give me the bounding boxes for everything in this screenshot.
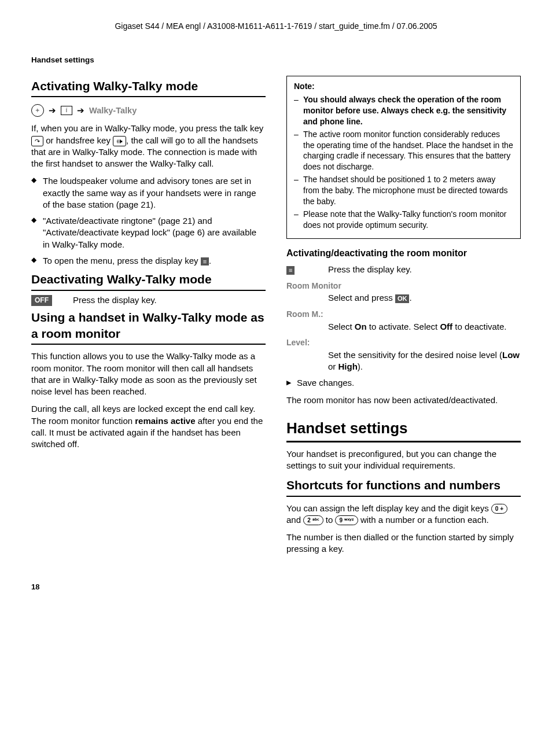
off-instruction-text: Press the display key. — [73, 294, 157, 306]
note-item: Please note that the Walky-Talky functio… — [294, 209, 513, 231]
heading-room-monitor: Using a handset in Walky-Talky mode as a… — [31, 309, 266, 345]
intro-paragraph: If, when you are in Walky-Talky mode, yo… — [31, 123, 266, 169]
room-monitor-note: During the call, all keys are locked exc… — [31, 403, 266, 450]
ok-key-badge: OK — [395, 294, 410, 303]
arrow-icon: ➔ — [49, 105, 56, 117]
content-columns: Activating Walky-Talky mode ✦ ➔ í ➔ Walk… — [31, 76, 521, 561]
handset-settings-intro: Your handset is preconfigured, but you c… — [286, 448, 521, 472]
handsfree-key-icon: 🕪 — [113, 136, 126, 146]
navigation-path: ✦ ➔ í ➔ Walky-Talky — [31, 104, 266, 117]
note-item: You should always check the operation of… — [294, 94, 513, 127]
room-m-label: Room M.: — [286, 309, 521, 320]
arrow-icon: ➔ — [77, 105, 84, 117]
level-text: Set the sensitivity for the desired nois… — [286, 349, 521, 373]
heading-activating-room-monitor: Activating/deactivating the room monitor — [286, 247, 521, 260]
heading-handset-settings: Handset settings — [286, 418, 521, 442]
left-column: Activating Walky-Talky mode ✦ ➔ í ➔ Walk… — [31, 76, 266, 561]
menu-key-icon: ≡ — [286, 266, 295, 275]
list-item: "Activate/deactivate ringtone" (page 21)… — [31, 215, 266, 250]
display-key-row: ≡ Press the display key. — [286, 264, 521, 275]
room-monitor-intro: This function allows you to use the Walk… — [31, 351, 266, 397]
page-number: 18 — [31, 582, 521, 592]
calendar-icon: í — [61, 106, 72, 115]
dial-paragraph: The number is then dialled or the functi… — [286, 532, 521, 555]
shortcuts-paragraph: You can assign the left display key and … — [286, 503, 521, 526]
right-column: Note: You should always check the operat… — [286, 76, 521, 561]
room-m-text: Select On to activate. Select Off to dea… — [286, 321, 521, 333]
list-item: The loudspeaker volume and advisory tone… — [31, 175, 266, 211]
list-item: To open the menu, press the display key … — [31, 255, 266, 267]
room-monitor-activated: The room monitor has now been activated/… — [286, 394, 521, 406]
heading-deactivating-walky: Deactivating Walky-Talky mode — [31, 271, 266, 290]
control-key-icon: ✦ — [31, 104, 44, 117]
off-instruction-row: OFF Press the display key. — [31, 294, 266, 306]
key-9-icon: 9 ʷˣʸᶻ — [335, 515, 358, 525]
note-item: The handset should be positioned 1 to 2 … — [294, 174, 513, 207]
press-display-text: Press the display key. — [328, 264, 412, 275]
room-monitor-label: Room Monitor — [286, 281, 521, 292]
heading-activating-walky: Activating Walky-Talky mode — [31, 78, 266, 97]
header-path: Gigaset S44 / MEA engl / A31008-M1611-A6… — [31, 21, 521, 32]
select-press-row: Select and press OK. — [286, 292, 521, 304]
key-0-icon: 0 + — [491, 504, 507, 514]
level-label: Level: — [286, 337, 521, 348]
note-item: The active room monitor function conside… — [294, 129, 513, 173]
nav-walky-label: Walky-Talky — [89, 105, 137, 117]
save-changes: Save changes. — [286, 377, 521, 389]
menu-key-icon: ≡ — [201, 257, 209, 266]
note-title: Note: — [294, 81, 513, 92]
breadcrumb: Handset settings — [31, 55, 521, 65]
off-key-badge: OFF — [31, 295, 52, 305]
talk-key-icon: ↷ — [31, 136, 43, 146]
heading-shortcuts: Shortcuts for functions and numbers — [286, 477, 521, 496]
key-2-icon: 2 ᵃᵇᶜ — [303, 515, 323, 525]
note-box: Note: You should always check the operat… — [286, 76, 521, 239]
feature-list: The loudspeaker volume and advisory tone… — [31, 175, 266, 267]
